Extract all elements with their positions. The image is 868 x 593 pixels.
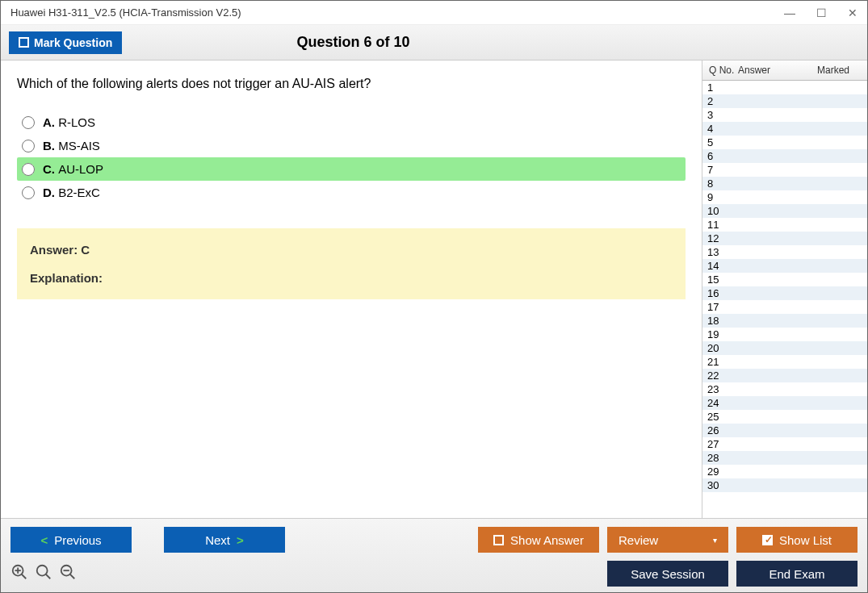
row-qno: 2 [707, 95, 741, 107]
end-exam-button[interactable]: End Exam [736, 561, 858, 587]
row-qno: 26 [707, 424, 741, 436]
list-item[interactable]: 23 [702, 382, 867, 396]
checkbox-checked-icon [762, 535, 773, 545]
list-item[interactable]: 29 [702, 465, 867, 478]
zoom-out-icon[interactable] [59, 563, 77, 585]
list-item[interactable]: 25 [702, 410, 867, 424]
save-session-button[interactable]: Save Session [607, 561, 728, 587]
row-qno: 22 [707, 370, 741, 382]
list-item[interactable]: 2 [702, 94, 867, 108]
list-item[interactable]: 10 [702, 204, 867, 218]
option-radio[interactable] [22, 140, 35, 152]
option-label: A. R-LOS [43, 115, 95, 129]
list-item[interactable]: 16 [702, 286, 867, 300]
list-item[interactable]: 7 [702, 163, 867, 177]
zoom-in-icon[interactable] [10, 563, 28, 585]
list-item[interactable]: 17 [702, 300, 867, 314]
list-item[interactable]: 15 [702, 273, 867, 286]
list-item[interactable]: 4 [702, 122, 867, 136]
show-answer-button[interactable]: Show Answer [478, 527, 599, 553]
row-qno: 6 [707, 150, 741, 162]
list-item[interactable]: 12 [702, 232, 867, 245]
chevron-right-icon: > [237, 533, 244, 547]
option-d[interactable]: D. B2-ExC [17, 181, 686, 204]
header-qno: Q No. [704, 65, 738, 76]
list-item[interactable]: 1 [702, 81, 867, 94]
question-panel: Which of the following alerts does not t… [1, 61, 702, 518]
option-label: C. AU-LOP [43, 162, 103, 176]
review-button[interactable]: Review ▾ [607, 527, 728, 553]
row-qno: 9 [707, 191, 741, 203]
zoom-controls [10, 563, 77, 585]
row-qno: 14 [707, 260, 741, 272]
row-qno: 7 [707, 164, 741, 176]
list-item[interactable]: 28 [702, 451, 867, 465]
row-qno: 15 [707, 274, 741, 286]
list-item[interactable]: 6 [702, 149, 867, 163]
svg-point-4 [37, 565, 48, 575]
row-qno: 11 [707, 219, 741, 231]
row-qno: 29 [707, 466, 741, 478]
option-a[interactable]: A. R-LOS [17, 111, 686, 134]
header-marked: Marked [817, 65, 866, 76]
show-answer-label: Show Answer [510, 533, 584, 547]
list-item[interactable]: 27 [702, 437, 867, 451]
answer-label: Answer: C [30, 243, 673, 257]
list-item[interactable]: 18 [702, 314, 867, 328]
option-radio[interactable] [22, 186, 35, 199]
list-item[interactable]: 13 [702, 245, 867, 259]
save-session-label: Save Session [631, 567, 705, 581]
chevron-left-icon: < [40, 533, 48, 547]
row-qno: 4 [707, 123, 741, 135]
next-button[interactable]: Next > [164, 527, 285, 553]
row-qno: 16 [707, 287, 741, 299]
row-qno: 1 [707, 81, 741, 94]
list-item[interactable]: 11 [702, 218, 867, 232]
footer: < Previous Next > Show Answer Review ▾ S… [1, 518, 867, 592]
option-b[interactable]: B. MS-AIS [17, 134, 686, 157]
content-area: Which of the following alerts does not t… [1, 61, 867, 518]
zoom-reset-icon[interactable] [35, 563, 52, 585]
list-item[interactable]: 19 [702, 328, 867, 341]
minimize-icon[interactable]: — [781, 5, 799, 21]
show-list-label: Show List [779, 533, 832, 547]
row-qno: 5 [707, 136, 741, 148]
list-item[interactable]: 9 [702, 190, 867, 204]
previous-button[interactable]: < Previous [10, 527, 132, 553]
question-list-header: Q No. Answer Marked [702, 61, 867, 81]
option-label: D. B2-ExC [43, 186, 100, 199]
show-list-button[interactable]: Show List [736, 527, 858, 553]
list-item[interactable]: 26 [702, 424, 867, 437]
list-item[interactable]: 30 [702, 478, 867, 492]
mark-question-button[interactable]: Mark Question [9, 31, 122, 54]
option-radio[interactable] [22, 163, 35, 176]
row-qno: 19 [707, 328, 741, 340]
list-item[interactable]: 24 [702, 396, 867, 410]
window-title: Huawei H31-311_V2.5 (HCIA-Transmission V… [10, 6, 241, 19]
list-item[interactable]: 21 [702, 355, 867, 369]
list-item[interactable]: 22 [702, 369, 867, 382]
option-label: B. MS-AIS [43, 139, 100, 152]
end-exam-label: End Exam [769, 567, 824, 581]
question-list[interactable]: 1234567891011121314151617181920212223242… [702, 81, 867, 518]
option-c[interactable]: C. AU-LOP [17, 157, 686, 181]
row-qno: 21 [707, 356, 741, 368]
previous-label: Previous [54, 533, 101, 547]
footer-row-2: Save Session End Exam [10, 561, 858, 587]
row-qno: 28 [707, 452, 741, 464]
row-qno: 23 [707, 383, 741, 395]
option-radio[interactable] [22, 116, 35, 129]
svg-line-5 [46, 574, 51, 578]
explanation-label: Explanation: [30, 271, 673, 285]
checkbox-icon [493, 535, 504, 545]
close-icon[interactable]: ✕ [845, 5, 861, 21]
list-item[interactable]: 20 [702, 341, 867, 355]
list-item[interactable]: 14 [702, 259, 867, 273]
row-qno: 12 [707, 232, 741, 244]
mark-question-label: Mark Question [34, 36, 112, 49]
list-item[interactable]: 8 [702, 177, 867, 190]
maximize-icon[interactable]: ☐ [813, 5, 830, 21]
row-qno: 20 [707, 342, 741, 354]
list-item[interactable]: 3 [702, 108, 867, 122]
list-item[interactable]: 5 [702, 136, 867, 149]
